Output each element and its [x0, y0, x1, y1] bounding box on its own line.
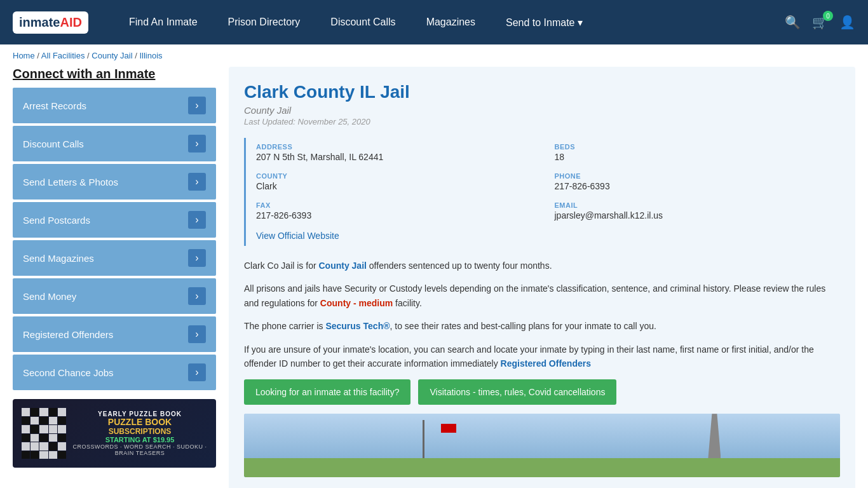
info-email: EMAIL jparsley@marshall.k12.il.us — [555, 196, 841, 226]
sidebar-item-arrest-records[interactable]: Arrest Records › — [13, 88, 216, 123]
address-label: ADDRESS — [256, 143, 537, 151]
nav-magazines[interactable]: Magazines — [411, 0, 491, 44]
action-buttons: Looking for an inmate at this facility? … — [244, 379, 840, 405]
sidebar-item-label: Send Postcards — [23, 215, 90, 226]
fax-label: FAX — [256, 201, 537, 209]
breadcrumb: Home / All Facilities / County Jail / Il… — [0, 44, 868, 67]
breadcrumb-county-jail[interactable]: County Jail — [92, 51, 132, 60]
user-icon: 👤 — [839, 15, 855, 30]
chevron-right-icon: › — [188, 97, 206, 114]
chevron-right-icon: › — [188, 135, 206, 152]
address-value: 207 N 5th St, Marshall, IL 62441 — [256, 152, 537, 162]
ad-puzzle-types: CROSSWORDS · WORD SEARCH · SUDOKU · BRAI… — [72, 444, 207, 456]
chevron-right-icon: › — [188, 211, 206, 229]
logo[interactable]: inmateAID — [13, 11, 88, 34]
email-label: EMAIL — [555, 201, 836, 209]
phone-value: 217-826-6393 — [555, 181, 836, 191]
chevron-right-icon: › — [188, 325, 206, 343]
facility-info-section: ADDRESS 207 N 5th St, Marshall, IL 62441… — [244, 138, 840, 246]
registered-offenders-link[interactable]: Registered Offenders — [501, 358, 591, 369]
sidebar-item-label: Send Magazines — [23, 253, 94, 264]
navbar: inmateAID Find An Inmate Prison Director… — [0, 0, 868, 44]
info-beds: BEDS 18 — [555, 138, 841, 167]
sidebar-item-label: Send Letters & Photos — [23, 177, 118, 187]
chevron-right-icon: › — [188, 287, 206, 305]
sidebar-item-label: Send Money — [23, 291, 76, 302]
search-button[interactable]: 🔍 — [785, 15, 801, 30]
ad-text: YEARLY PUZZLE BOOK PUZZLE BOOK SUBSCRIPT… — [72, 410, 207, 456]
main-layout: Connect with an Inmate Arrest Records › … — [0, 67, 868, 488]
sidebar-item-send-money[interactable]: Send Money › — [13, 278, 216, 314]
nav-prison-directory[interactable]: Prison Directory — [213, 0, 316, 44]
desc-para-4: If you are unsure of your inmate's locat… — [244, 342, 840, 371]
info-fax: FAX 217-826-6393 — [256, 196, 542, 226]
info-address: ADDRESS 207 N 5th St, Marshall, IL 62441 — [256, 138, 542, 167]
nav-send-to-inmate[interactable]: Send to Inmate ▾ — [491, 0, 598, 44]
chevron-right-icon: › — [188, 363, 206, 381]
desc-para-3: The phone carrier is Securus Tech®, to s… — [244, 319, 840, 333]
logo-aid-text: AID — [60, 15, 81, 30]
cart-badge: 0 — [823, 11, 833, 21]
beds-label: BEDS — [555, 143, 836, 151]
sidebar-item-send-letters[interactable]: Send Letters & Photos › — [13, 164, 216, 200]
info-county: COUNTY Clark — [256, 167, 542, 196]
visitations-btn[interactable]: Visitations - times, rules, Covid cancel… — [418, 379, 616, 405]
user-button[interactable]: 👤 — [839, 15, 855, 30]
phone-label: PHONE — [555, 172, 836, 180]
ad-subscriptions: SUBSCRIPTIONS — [72, 427, 207, 436]
sidebar-item-second-chance-jobs[interactable]: Second Chance Jobs › — [13, 355, 216, 390]
fax-value: 217-826-6393 — [256, 210, 537, 220]
find-inmate-btn[interactable]: Looking for an inmate at this facility? — [244, 379, 410, 405]
nav-discount-calls[interactable]: Discount Calls — [315, 0, 410, 44]
facility-type: County Jail — [244, 105, 840, 116]
nav-find-inmate[interactable]: Find An Inmate — [114, 0, 213, 44]
breadcrumb-all-facilities[interactable]: All Facilities — [41, 51, 85, 60]
photo-ground — [244, 458, 840, 477]
search-icon: 🔍 — [785, 15, 801, 30]
sidebar-item-label: Registered Offenders — [23, 329, 113, 340]
sidebar-ad[interactable]: YEARLY PUZZLE BOOK PUZZLE BOOK SUBSCRIPT… — [13, 399, 216, 468]
sidebar-item-label: Discount Calls — [23, 139, 84, 149]
sidebar-item-registered-offenders[interactable]: Registered Offenders › — [13, 316, 216, 352]
facility-title: Clark County IL Jail — [244, 82, 840, 102]
chevron-right-icon: › — [188, 173, 206, 191]
facility-last-updated: Last Updated: November 25, 2020 — [244, 117, 840, 126]
desc-para-1: Clark Co Jail is for County Jail offende… — [244, 259, 840, 273]
county-jail-link-1[interactable]: County Jail — [318, 261, 366, 271]
logo-inmate-text: inmate — [19, 15, 60, 30]
photo-sky — [244, 414, 840, 458]
breadcrumb-state[interactable]: Illinois — [139, 51, 162, 60]
sidebar-item-send-postcards[interactable]: Send Postcards › — [13, 202, 216, 238]
view-website-link[interactable]: View Official Website — [256, 231, 339, 241]
facility-content: Clark County IL Jail County Jail Last Up… — [229, 67, 855, 488]
info-phone: PHONE 217-826-6393 — [555, 167, 841, 196]
sidebar-item-send-magazines[interactable]: Send Magazines › — [13, 240, 216, 276]
ad-starting-price: STARTING AT $19.95 — [72, 436, 207, 444]
facility-photo — [244, 414, 840, 477]
ad-puzzle-title: PUZZLE BOOK — [72, 417, 207, 427]
navbar-links: Find An Inmate Prison Directory Discount… — [114, 0, 785, 44]
sidebar-item-label: Arrest Records — [23, 100, 86, 111]
photo-flag — [441, 424, 456, 433]
facility-description: Clark Co Jail is for County Jail offende… — [244, 259, 840, 370]
beds-value: 18 — [555, 152, 836, 162]
sidebar-item-label: Second Chance Jobs — [23, 367, 114, 378]
sidebar-title: Connect with an Inmate — [13, 67, 216, 81]
chevron-right-icon: › — [188, 249, 206, 267]
sidebar-item-discount-calls[interactable]: Discount Calls › — [13, 126, 216, 161]
county-label: COUNTY — [256, 172, 537, 180]
breadcrumb-home[interactable]: Home — [13, 51, 35, 60]
sidebar-menu: Arrest Records › Discount Calls › Send L… — [13, 88, 216, 390]
email-value: jparsley@marshall.k12.il.us — [555, 210, 836, 220]
nav-icons: 🔍 🛒 0 👤 — [785, 15, 855, 30]
cart-button[interactable]: 🛒 0 — [812, 15, 828, 30]
county-value: Clark — [256, 181, 537, 191]
desc-para-2: All prisons and jails have Security or C… — [244, 281, 840, 310]
securus-tech-link[interactable]: Securus Tech® — [325, 321, 390, 331]
ad-puzzle-image — [22, 408, 66, 459]
county-medium-link[interactable]: County - medium — [320, 298, 393, 308]
photo-flag-pole — [423, 420, 424, 458]
sidebar: Connect with an Inmate Arrest Records › … — [13, 67, 216, 488]
